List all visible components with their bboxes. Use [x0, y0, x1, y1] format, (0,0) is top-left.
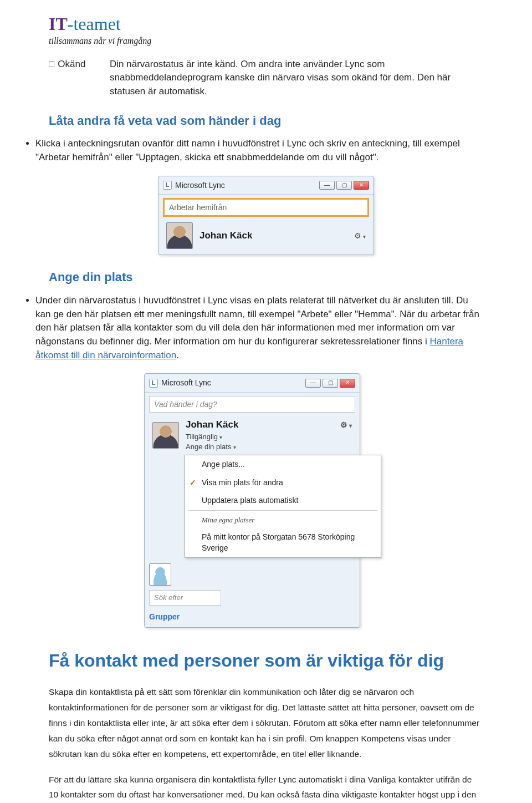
location-menu: Ange plats... Visa min plats för andra U… — [185, 455, 381, 557]
section2-bullet: Under din närvarostatus i huvudfönstret … — [35, 294, 483, 362]
section-heading-location: Ange din plats — [49, 268, 483, 286]
section2-text-a: Under din närvarostatus i huvudfönstret … — [35, 295, 479, 347]
maximize-button[interactable]: ▢ — [336, 181, 352, 190]
lync-app-title: Microsoft Lync — [161, 377, 305, 388]
minimize-button[interactable]: — — [305, 379, 321, 388]
lync-app-icon: L — [163, 181, 172, 190]
lync-window-1: L Microsoft Lync — ▢ ✕ Arbetar hemifrån … — [158, 176, 374, 256]
user-name: Johan Käck — [186, 418, 340, 432]
lync-titlebar: L Microsoft Lync — ▢ ✕ — [158, 176, 374, 195]
presence-dropdown[interactable]: Tillgänglig — [186, 432, 352, 443]
status-label: Okänd — [49, 58, 110, 99]
lync-titlebar: L Microsoft Lync — ▢ ✕ — [145, 374, 360, 392]
user-name: Johan Käck — [200, 229, 347, 243]
options-gear-icon[interactable]: ⚙ — [340, 419, 352, 430]
options-gear-icon[interactable]: ⚙ — [354, 230, 366, 241]
note-input[interactable]: Vad händer i dag? — [149, 396, 355, 413]
maximize-button[interactable]: ▢ — [323, 379, 338, 388]
menu-show-location[interactable]: Visa min plats för andra — [185, 474, 381, 491]
para-1: Skapa din kontaktlista på ett sätt som f… — [49, 684, 483, 761]
logo: IT-teamet tillsammans når vi framgång — [49, 11, 483, 48]
menu-own-location[interactable]: På mitt kontor på Storgatan 5678 Storköp… — [185, 528, 381, 557]
lync-user-row: Johan Käck ⚙ Tillgänglig Ange din plats — [145, 415, 360, 453]
avatar — [166, 222, 193, 249]
menu-update-location[interactable]: Uppdatera plats automatiskt — [185, 491, 381, 509]
logo-tagline: tillsammans når vi framgång — [49, 34, 483, 47]
lync-window-2: L Microsoft Lync — ▢ ✕ Vad händer i dag?… — [144, 373, 360, 627]
status-definition: Okänd Din närvarostatus är inte känd. Om… — [49, 58, 483, 99]
logo-team: -teamet — [68, 14, 121, 34]
lync-app-icon: L — [149, 379, 158, 388]
menu-set-location[interactable]: Ange plats... — [185, 455, 381, 473]
menu-own-header: Mina egna platser — [185, 512, 381, 528]
logo-it: IT — [49, 14, 68, 34]
avatar — [152, 422, 179, 449]
chevron-down-icon[interactable] — [233, 443, 236, 451]
heading-contacts: Få kontakt med personer som är viktiga f… — [49, 648, 483, 673]
note-input[interactable]: Arbetar hemifrån — [163, 198, 369, 217]
section2-list: Under din närvarostatus i huvudfönstret … — [49, 294, 483, 362]
close-button[interactable]: ✕ — [340, 379, 355, 388]
location-dropdown[interactable]: Ange din plats — [186, 443, 231, 451]
section2-text-b: . — [176, 350, 179, 360]
lync-app-title: Microsoft Lync — [175, 180, 319, 191]
minimize-button[interactable]: — — [319, 181, 335, 190]
section1-bullet: Klicka i anteckningsrutan ovanför ditt n… — [35, 137, 483, 164]
section-heading-note: Låta andra få veta vad som händer i dag — [49, 112, 483, 130]
para-2: För att du lättare ska kunna organisera … — [49, 772, 483, 803]
menu-separator — [188, 510, 377, 511]
search-input[interactable]: Sök efter — [149, 590, 221, 606]
generic-avatar-icon — [149, 563, 171, 586]
status-description: Din närvarostatus är inte känd. Om andra… — [110, 58, 483, 99]
section1-list: Klicka i anteckningsrutan ovanför ditt n… — [49, 137, 483, 164]
close-button[interactable]: ✕ — [354, 181, 369, 190]
tab-groups[interactable]: Grupper — [145, 610, 360, 627]
lync-user-row: Johan Käck ⚙ — [158, 219, 374, 255]
